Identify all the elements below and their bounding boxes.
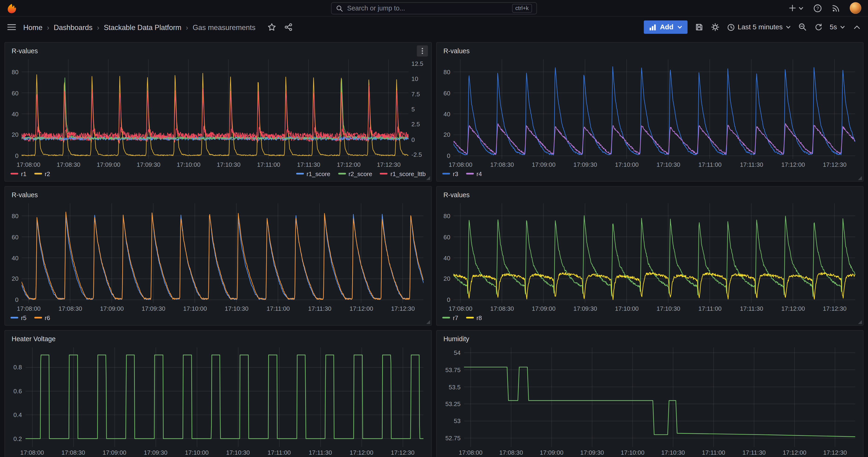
x-tick-label: 17:09:30 (580, 449, 604, 456)
y-tick-label: 60 (443, 90, 450, 96)
panel-title[interactable]: R-values (443, 191, 470, 199)
panel-title[interactable]: R-values (11, 47, 38, 54)
legend-item[interactable]: r3 (442, 170, 458, 177)
panel-resize-handle[interactable] (858, 320, 862, 324)
x-tick-label: 17:10:30 (225, 305, 248, 312)
y-tick-label: 53.25 (445, 401, 461, 407)
legend-item[interactable]: r7 (442, 314, 458, 321)
favorite-button[interactable] (268, 23, 276, 32)
chart-plot[interactable] (22, 203, 424, 303)
share-button[interactable] (284, 23, 293, 32)
add-panel-button[interactable]: Add (644, 21, 687, 34)
search-icon (336, 5, 343, 12)
legend-label: r6 (44, 314, 50, 321)
panel-menu-button[interactable] (417, 45, 428, 56)
grafana-dashboard: Search or jump to... ctrl+k ? (0, 0, 868, 457)
x-tick-label: 17:08:30 (58, 305, 82, 312)
chart-canvas (454, 59, 856, 159)
legend-item[interactable]: r1 (10, 170, 27, 177)
x-tick-label: 17:12:00 (349, 305, 373, 312)
legend-swatch (10, 173, 18, 175)
breadcrumb-item[interactable]: Gas measurements (193, 23, 255, 31)
legend-item[interactable]: r2_score (338, 170, 372, 177)
x-tick-label: 17:09:00 (100, 305, 124, 312)
dashboard-settings-button[interactable] (711, 23, 719, 32)
chart-plot[interactable] (454, 203, 855, 303)
x-tick-label: 17:11:00 (257, 161, 280, 168)
grafana-flame-icon (7, 3, 17, 13)
y-tick-label: 60 (11, 234, 19, 240)
chart-plot[interactable] (25, 347, 424, 447)
panel: Heater Voltage 0.20.40.60.8 17:08:0017:0… (4, 330, 432, 457)
y-tick-label: 80 (443, 69, 450, 75)
panel-title[interactable]: R-values (443, 47, 470, 54)
legend-item[interactable]: r1_score (296, 170, 330, 177)
x-tick-label: 17:08:30 (61, 449, 85, 456)
legend-label: r8 (476, 314, 482, 321)
legend-item[interactable]: r8 (466, 314, 482, 321)
y-tick-label: 60 (443, 234, 450, 240)
x-tick-label: 17:09:30 (574, 305, 597, 312)
breadcrumb-item[interactable]: Dashboards (54, 23, 93, 31)
mega-menu-toggle[interactable] (7, 22, 17, 32)
new-button[interactable] (788, 4, 804, 12)
breadcrumb-item[interactable]: Home (23, 23, 42, 31)
x-tick-label: 17:08:00 (20, 449, 44, 456)
panel-body: 020406080 17:08:0017:08:3017:09:0017:09:… (5, 57, 431, 169)
star-icon (268, 23, 276, 32)
news-button[interactable] (832, 3, 840, 12)
legend-item[interactable]: r5 (10, 314, 27, 321)
clock-icon (727, 23, 735, 31)
legend-label: r7 (453, 314, 458, 321)
x-tick-label: 17:12:30 (823, 449, 847, 456)
search-input[interactable]: Search or jump to... ctrl+k (331, 2, 537, 14)
x-tick-label: 17:08:00 (448, 161, 472, 168)
legend-item[interactable]: r4 (466, 170, 482, 177)
legend-item[interactable]: r2 (34, 170, 50, 177)
refresh-button[interactable] (814, 23, 823, 31)
panel-title[interactable]: Humidity (443, 335, 469, 342)
x-axis: 17:08:0017:08:3017:09:0017:09:3017:10:00… (22, 159, 409, 169)
chart-plot[interactable] (454, 59, 855, 159)
chart-plot[interactable] (22, 59, 409, 159)
plus-icon (788, 4, 797, 12)
chart-plot[interactable] (464, 347, 856, 447)
plot-wrap: 17:08:0017:08:3017:09:0017:09:3017:10:00… (454, 59, 855, 169)
panel-title[interactable]: Heater Voltage (11, 335, 56, 342)
x-tick-label: 17:08:00 (17, 305, 41, 312)
legend-item[interactable]: r1_score_lttb (380, 170, 426, 177)
panel-resize-handle[interactable] (426, 176, 430, 180)
breadcrumb-item[interactable]: Stackable Data Platform (104, 23, 181, 31)
grafana-logo[interactable] (7, 3, 17, 13)
x-tick-label: 17:10:00 (183, 305, 207, 312)
y-tick-label: 12.5 (411, 60, 423, 67)
y-axis-right (855, 347, 859, 457)
y-tick-label: 0.8 (13, 364, 22, 371)
legend-swatch (442, 173, 450, 175)
panel-title[interactable]: R-values (11, 191, 38, 199)
x-tick-label: 17:10:00 (177, 161, 200, 168)
x-tick-label: 17:09:30 (144, 449, 167, 456)
x-tick-label: 17:10:00 (621, 449, 644, 456)
panel-resize-handle[interactable] (858, 176, 862, 180)
save-dashboard-button[interactable] (694, 23, 703, 32)
y-axis-right (855, 203, 859, 313)
user-avatar[interactable] (849, 2, 861, 14)
collapse-toolbar-button[interactable] (852, 23, 861, 32)
y-tick-label: 0.4 (13, 412, 22, 418)
panel-body: 020406080 17:08:0017:08:3017:09:0017:09:… (437, 201, 863, 313)
y-tick-label: 0.6 (13, 388, 22, 395)
breadcrumb-separator: › (97, 23, 99, 31)
refresh-interval-picker[interactable]: 5s (830, 23, 845, 31)
chevron-down-icon (798, 5, 804, 11)
y-axis-left: 0.20.40.60.8 (9, 347, 25, 457)
help-button[interactable]: ? (813, 3, 822, 12)
svg-text:?: ? (816, 6, 819, 11)
legend-item[interactable]: r6 (34, 314, 50, 321)
panel-resize-handle[interactable] (426, 320, 430, 324)
time-range-picker[interactable]: Last 5 minutes (727, 23, 791, 31)
chevron-down-icon (840, 24, 845, 30)
y-axis-left: 52.755353.2553.553.7554 (441, 347, 464, 457)
x-axis: 17:08:0017:08:3017:09:0017:09:3017:10:00… (454, 159, 855, 169)
zoom-out-button[interactable] (798, 23, 807, 32)
